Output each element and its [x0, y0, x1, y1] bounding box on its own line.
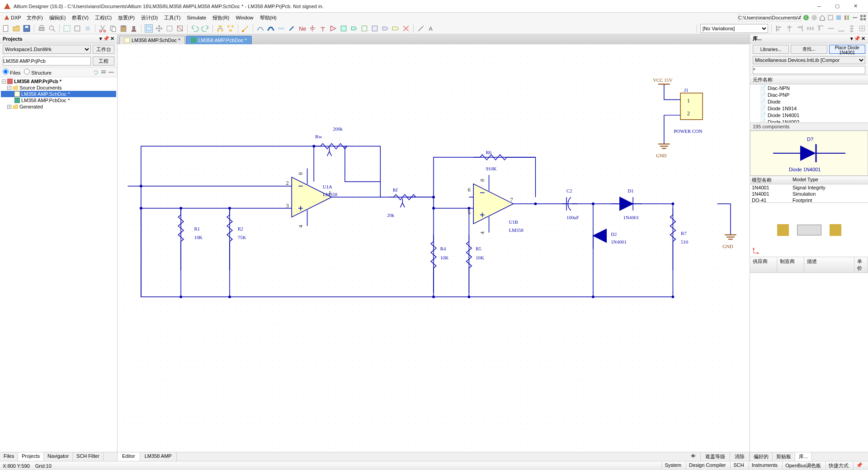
lib-panel-dropdown-icon[interactable]: ▾ — [850, 36, 853, 42]
doctab-schdoc[interactable]: LM358 AMP.SchDoc * — [119, 36, 185, 44]
panel-close-icon[interactable]: ✕ — [110, 36, 114, 42]
place-sheet-symbol-icon[interactable] — [340, 24, 348, 33]
maximize-button[interactable]: ▢ — [828, 0, 846, 13]
sb-sch[interactable]: SCH — [730, 462, 746, 470]
radio-structure[interactable]: Structure — [24, 69, 52, 75]
place-bus-icon[interactable] — [267, 24, 275, 33]
place-vcc-icon[interactable] — [319, 24, 327, 33]
cut-icon[interactable] — [99, 24, 107, 33]
tb-icon-e[interactable] — [860, 14, 866, 21]
clear-icon[interactable] — [176, 24, 184, 33]
sb-openbus[interactable]: OpenBus调色板 — [782, 462, 824, 470]
menu-reports[interactable]: 报告(R) — [210, 14, 232, 22]
tb-icon-b[interactable] — [835, 14, 842, 21]
align-hcenter-icon[interactable] — [785, 24, 793, 33]
hierarchy-down-icon[interactable] — [226, 24, 235, 33]
rtab-library[interactable]: 库... — [795, 452, 812, 461]
sb-pin-icon[interactable]: 📌 — [853, 462, 865, 470]
library-select[interactable]: Miscellaneous Devices.IntLib [Compor — [753, 56, 865, 64]
move-icon[interactable] — [155, 24, 163, 33]
place-device-sheet-icon[interactable] — [360, 24, 368, 33]
supplier-grid[interactable]: 供应商 制造商 描述 单价 — [750, 257, 868, 452]
project-button[interactable]: 工程 — [93, 56, 114, 66]
tree-pcbdoc[interactable]: LM358 AMP.PcbDoc * — [1, 97, 116, 103]
doctab-pcbdoc[interactable]: LM358 AMP.PcbDoc * — [186, 36, 251, 44]
bottab-mask[interactable]: 遮盖等级 — [701, 452, 730, 461]
tree-source-docs[interactable]: −Source Documents — [1, 85, 116, 91]
workspace-select[interactable]: Workspace1.DsnWrk — [3, 45, 91, 54]
component-list[interactable]: 📄Diac-NPN 📄Diac-PNP 📄Diode 📄Diode 1N914 … — [750, 85, 868, 122]
zoom-sel-icon[interactable] — [84, 24, 92, 33]
copy-icon[interactable] — [109, 24, 117, 33]
open-icon[interactable] — [12, 24, 20, 33]
place-harness-entry-icon[interactable] — [381, 24, 389, 33]
project-input[interactable] — [3, 56, 91, 66]
place-harness-conn-icon[interactable] — [371, 24, 379, 33]
comp-diac-npn[interactable]: 📄Diac-NPN — [750, 85, 868, 91]
align-grid-icon[interactable] — [858, 24, 866, 33]
tree-root[interactable]: −LM358 AMP.PrjPcb * — [1, 78, 116, 85]
dxp-menu[interactable]: DXP — [2, 14, 23, 21]
workspace-button[interactable]: 工作台 — [93, 45, 114, 54]
panel-pin-icon[interactable]: 📌 — [103, 36, 109, 42]
dist-v-icon[interactable] — [848, 24, 856, 33]
lib-panel-close-icon[interactable]: ✕ — [861, 36, 865, 42]
minimize-button[interactable]: ─ — [810, 0, 828, 13]
libraries-button[interactable]: Libraries... — [753, 45, 789, 54]
tb-icon-d[interactable] — [852, 14, 858, 21]
rtab-clipboard[interactable]: 剪贴板 — [773, 452, 795, 461]
place-gnd-icon[interactable] — [308, 24, 316, 33]
zoom-area-icon[interactable] — [63, 24, 71, 33]
sb-instruments[interactable]: Instruments — [749, 462, 780, 470]
axis-icon[interactable] — [753, 247, 760, 255]
place-text-icon[interactable]: A — [427, 24, 435, 33]
variations-select[interactable]: [No Variations] — [700, 24, 768, 33]
lefttab-projects[interactable]: Projects — [18, 452, 44, 461]
save-icon[interactable] — [23, 24, 31, 33]
menu-project[interactable]: 工程(C) — [92, 14, 114, 22]
place-netlabel-icon[interactable]: Net — [298, 24, 306, 33]
bottab-clear[interactable]: 清除 — [730, 452, 750, 461]
lefttab-files[interactable]: Files — [0, 452, 18, 461]
redo-icon[interactable] — [201, 24, 209, 33]
hierarchy-up-icon[interactable] — [216, 24, 224, 33]
menu-design[interactable]: 设计(D) — [138, 14, 160, 22]
close-button[interactable]: ✕ — [846, 0, 864, 13]
library-filter-input[interactable] — [753, 66, 865, 74]
comp-1n914[interactable]: 📄Diode 1N914 — [750, 105, 868, 112]
lefttab-schfilter[interactable]: SCH Filter — [73, 452, 104, 461]
place-signal-harness-icon[interactable] — [277, 24, 285, 33]
place-line-icon[interactable] — [417, 24, 425, 33]
select-icon[interactable] — [145, 24, 153, 33]
lib-panel-pin-icon[interactable]: 📌 — [854, 36, 860, 42]
tree-schdoc[interactable]: LM358 AMP.SchDoc * — [1, 91, 116, 97]
print-icon[interactable] — [38, 24, 46, 33]
tree-config-icon[interactable] — [100, 69, 107, 75]
menu-tools[interactable]: 工具(T) — [161, 14, 183, 22]
lefttab-navigator[interactable]: Navigator — [44, 452, 73, 461]
place-port-icon[interactable] — [392, 24, 400, 33]
sb-system[interactable]: System — [661, 462, 684, 470]
comp-diode[interactable]: 📄Diode — [750, 98, 868, 105]
place-noerc-icon[interactable] — [402, 24, 410, 33]
find-button[interactable]: 查找... — [791, 45, 827, 54]
place-component-button[interactable]: Place Diode 1N4001 — [829, 45, 865, 54]
bottab-name[interactable]: LM358 AMP — [140, 452, 177, 461]
tb-icon-a[interactable] — [827, 14, 834, 21]
cross-probe-icon[interactable] — [241, 24, 250, 33]
comp-1n4001[interactable]: 📄Diode 1N4001 — [750, 112, 868, 118]
preview-icon[interactable] — [48, 24, 56, 33]
path-input[interactable] — [738, 14, 801, 21]
tree-more-icon[interactable] — [108, 69, 114, 75]
menu-view[interactable]: 察看(V) — [69, 14, 91, 22]
bottab-editor[interactable]: Editor — [118, 452, 140, 461]
new-icon[interactable] — [2, 24, 10, 33]
rtab-favorite[interactable]: 偏好的 — [750, 452, 773, 461]
place-wire-icon[interactable] — [256, 24, 264, 33]
undo-icon[interactable] — [191, 24, 199, 33]
comp-diac-pnp[interactable]: 📄Diac-PNP — [750, 91, 868, 98]
menu-simulate[interactable]: Simulate — [184, 14, 209, 21]
schematic-canvas[interactable]: R110K R275K Rw200k Rf20k R410K R510K R69… — [118, 44, 750, 452]
menu-help[interactable]: 帮助(H) — [257, 14, 279, 22]
sb-design-compiler[interactable]: Design Compiler — [686, 462, 728, 470]
